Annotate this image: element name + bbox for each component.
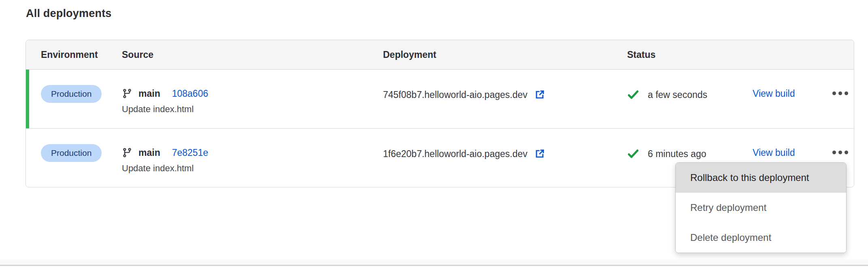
menu-item-rollback[interactable]: Rollback to this deployment [676, 163, 846, 193]
deployment-row-1: Production main 108a606 Update index.htm… [26, 70, 854, 128]
commit-link[interactable]: 7e8251e [172, 147, 208, 158]
environment-badge: Production [41, 85, 102, 103]
external-link-icon[interactable] [534, 148, 545, 160]
ellipsis-icon [832, 91, 836, 95]
ellipsis-icon [832, 151, 836, 154]
view-build-link[interactable]: View build [753, 147, 795, 158]
git-branch-icon [122, 88, 132, 99]
git-branch-icon [122, 147, 132, 158]
row-menu-button[interactable] [832, 91, 848, 96]
external-link-icon[interactable] [534, 89, 545, 100]
environment-badge: Production [41, 144, 102, 162]
column-header-environment: Environment [26, 49, 122, 60]
branch-name: main [138, 88, 160, 99]
commit-link[interactable]: 108a606 [172, 88, 208, 99]
row-context-menu: Rollback to this deployment Retry deploy… [675, 162, 847, 253]
branch-name: main [138, 147, 160, 158]
view-build-link[interactable]: View build [753, 88, 795, 99]
status-time: 6 minutes ago [648, 149, 706, 160]
menu-item-retry[interactable]: Retry deployment [676, 193, 846, 223]
column-header-deployment: Deployment [383, 49, 627, 60]
row-menu-button[interactable] [832, 150, 848, 155]
status-time: a few seconds [648, 89, 707, 100]
menu-item-delete[interactable]: Delete deployment [676, 223, 846, 253]
table-header-row: Environment Source Deployment Status [26, 40, 854, 70]
deployment-url: 745f08b7.helloworld-aio.pages.dev [383, 89, 528, 100]
commit-message: Update index.html [122, 163, 383, 175]
column-header-source: Source [122, 49, 383, 60]
footer-divider [0, 259, 868, 266]
check-icon [627, 89, 639, 100]
commit-message: Update index.html [122, 104, 383, 116]
page-title: All deployments [26, 7, 112, 20]
check-icon [627, 149, 639, 159]
column-header-status: Status [627, 49, 854, 60]
deployment-url: 1f6e20b7.helloworld-aio.pages.dev [383, 149, 528, 160]
